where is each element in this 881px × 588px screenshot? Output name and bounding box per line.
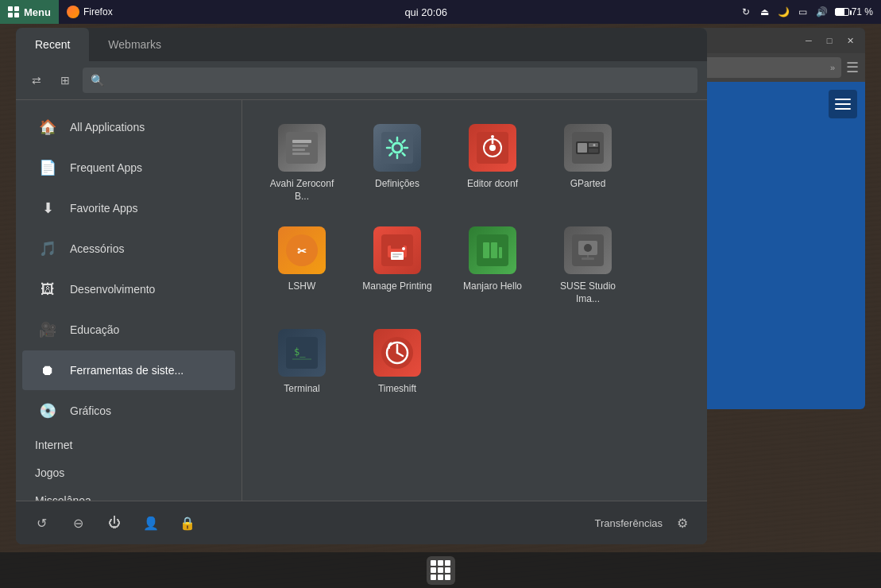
app-dconf[interactable]: Editor dconf	[449, 116, 536, 211]
shutdown-button[interactable]: ⏻	[102, 510, 127, 536]
view-switch-icon[interactable]: ⇄	[25, 69, 48, 91]
app-suse[interactable]: SUSE Studio Ima...	[544, 219, 632, 313]
app-label-avahi: Avahi Zeroconf B...	[262, 178, 342, 203]
user-button[interactable]: 👤	[138, 510, 164, 536]
document-icon: 📄	[35, 155, 60, 180]
app-icon-terminal: $_	[278, 329, 326, 377]
record-icon: ⏺	[35, 358, 60, 383]
grid-dot-8	[438, 574, 443, 580]
grid-dot-2	[438, 560, 443, 566]
image-icon: 🖼	[35, 277, 60, 302]
taskbar-firefox-item[interactable]: Firefox	[59, 6, 121, 18]
eject-icon: ⏏	[759, 6, 771, 18]
firefox-menu-icon[interactable]: ☰	[846, 59, 859, 76]
hamburger-line-3	[835, 108, 851, 110]
svg-point-12	[491, 135, 494, 138]
taskbar-right-area: ↻ ⏏ 🌙 ▭ 🔊 71 %	[732, 6, 881, 18]
grid-view-icon[interactable]: ⊞	[54, 69, 76, 91]
app-icon-lshw: ✂	[278, 226, 326, 274]
app-label-lshw: LSHW	[288, 280, 316, 293]
app-grid-container: Avahi Zeroconf B... Definições	[242, 100, 707, 501]
lock-button[interactable]: 🔒	[175, 510, 200, 536]
app-label-terminal: Terminal	[284, 383, 319, 396]
app-icon-dconf	[469, 124, 516, 172]
sidebar-label-jogos: Jogos	[35, 466, 64, 479]
show-apps-button[interactable]	[427, 556, 455, 585]
sidebar-label-internet: Internet	[35, 439, 72, 451]
tab-recent[interactable]: Recent	[16, 28, 89, 61]
sidebar-item-desenvolvimento[interactable]: 🖼 Desenvolvimento	[22, 269, 235, 309]
battery-percent: 71 %	[852, 6, 873, 17]
menu-tabs: Recent Webmarks	[16, 28, 707, 61]
grid-dot-4	[431, 567, 436, 573]
grid-dot-7	[431, 574, 436, 580]
download-icon: ⬇	[35, 195, 60, 221]
sidebar-item-miscelanea[interactable]: Miscelânea	[22, 487, 235, 501]
app-avahi[interactable]: Avahi Zeroconf B...	[258, 116, 346, 211]
transfers-label: Transferências	[595, 517, 663, 529]
sidebar-label-frequent-apps: Frequent Apps	[70, 161, 142, 174]
hamburger-line-2	[835, 103, 851, 105]
sidebar-item-jogos[interactable]: Jogos	[22, 459, 235, 486]
app-label-definicoes: Definições	[375, 178, 419, 191]
sidebar-item-educacao[interactable]: 🎥 Educação	[22, 310, 235, 350]
battery-fill	[836, 9, 844, 15]
restart-button[interactable]: ↺	[29, 510, 54, 536]
grid-dot-5	[438, 567, 443, 573]
sidebar-item-graficos[interactable]: 💿 Gráficos	[22, 391, 235, 431]
settings-svg	[381, 132, 413, 164]
app-manjaro[interactable]: Manjaro Hello	[449, 219, 536, 313]
taskbar: Menu Firefox qui 20:06 ↻ ⏏ 🌙 ▭ 🔊 71 %	[0, 0, 881, 24]
apps-grid-icon	[431, 560, 450, 580]
app-label-timeshift: Timeshift	[378, 383, 416, 396]
volume-icon[interactable]: 🔊	[816, 6, 829, 18]
app-definicoes[interactable]: Definições	[354, 116, 441, 211]
grid-dot-1	[431, 560, 436, 566]
sidebar-item-ferramentas[interactable]: ⏺ Ferramentas de siste...	[22, 350, 235, 390]
menu-label: Menu	[24, 6, 51, 18]
sidebar-label-miscelanea: Miscelânea	[35, 494, 91, 501]
sidebar-item-acessorios[interactable]: 🎵 Acessórios	[22, 229, 235, 269]
suspend-button[interactable]: ⊖	[65, 510, 91, 536]
app-timeshift[interactable]: Timeshift	[354, 321, 441, 404]
manjaro-svg	[477, 234, 508, 266]
app-icon-manjaro	[469, 226, 516, 274]
svg-rect-23	[391, 242, 404, 249]
sidebar-item-all-applications[interactable]: 🏠 All Applications	[22, 107, 235, 147]
printing-svg	[381, 234, 413, 266]
close-button[interactable]: ✕	[843, 33, 857, 48]
svg-rect-3	[292, 149, 305, 151]
app-gparted[interactable]: GParted	[544, 116, 632, 211]
sidebar-label-acessorios: Acessórios	[70, 242, 124, 255]
sidebar-item-internet[interactable]: Internet	[22, 431, 235, 458]
minimize-button[interactable]: ─	[802, 33, 816, 48]
window-controls: ─ □ ✕	[802, 33, 857, 48]
sidebar-item-favorite-apps[interactable]: ⬇ Favorite Apps	[22, 188, 235, 228]
gear-button[interactable]: ⚙	[670, 511, 694, 535]
svg-rect-34	[582, 257, 594, 260]
search-input[interactable]	[109, 74, 690, 87]
lshw-svg: ✂	[286, 234, 318, 266]
app-printing[interactable]: Manage Printing	[354, 219, 441, 313]
app-icon-suse	[564, 226, 612, 274]
night-mode-icon[interactable]: 🌙	[778, 6, 790, 18]
app-terminal[interactable]: $_ Terminal	[258, 321, 346, 404]
disc-icon: 💿	[35, 398, 60, 424]
svg-rect-25	[392, 253, 402, 255]
app-grid: Avahi Zeroconf B... Definições	[258, 116, 691, 404]
app-lshw[interactable]: ✂ LSHW	[258, 219, 346, 313]
sidebar-item-frequent-apps[interactable]: 📄 Frequent Apps	[22, 148, 235, 188]
gparted-svg	[572, 132, 604, 164]
app-icon-avahi	[278, 124, 326, 172]
desktop-bottom-bar	[0, 552, 881, 588]
maximize-button[interactable]: □	[822, 33, 837, 48]
svg-rect-2	[292, 145, 308, 147]
sidebar-label-favorite-apps: Favorite Apps	[70, 202, 138, 215]
sidebar-label-desenvolvimento: Desenvolvimento	[70, 283, 155, 296]
app-icon-timeshift	[373, 329, 421, 377]
tab-webmarks[interactable]: Webmarks	[89, 28, 180, 61]
menu-button[interactable]: Menu	[0, 0, 59, 24]
app-label-printing: Manage Printing	[362, 280, 431, 293]
suse-svg	[572, 234, 604, 266]
app-menu: Recent Webmarks ⇄ ⊞ 🔍 🏠 All Applications…	[16, 28, 707, 544]
